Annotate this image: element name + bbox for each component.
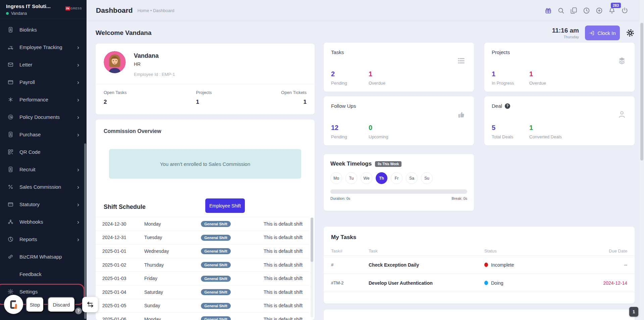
page-indicator[interactable]: 1	[629, 307, 638, 317]
sidebar-item[interactable]: Policy Documents ›	[0, 108, 87, 126]
day-circle[interactable]: Fr	[391, 172, 402, 184]
shift-type-badge: General Shift	[201, 235, 230, 241]
sidebar-item[interactable]: BizCRM Whatsapp ›	[0, 248, 87, 265]
sparkle-icon	[7, 96, 14, 103]
add-icon[interactable]	[595, 7, 603, 14]
sidebar-item[interactable]: QR Code ›	[0, 143, 87, 161]
sidebar-item[interactable]: Letter ›	[0, 56, 87, 73]
shift-note: This is default shift	[239, 276, 303, 281]
sidebar-item[interactable]: Sales Commission ›	[0, 178, 87, 195]
app-window: Ingress IT Soluti... Vandana INGRESS Bio…	[0, 0, 644, 320]
shift-row: 2025-01-05 Sunday General Shift This is …	[96, 299, 309, 313]
day-circle[interactable]: Tu	[345, 172, 357, 184]
clock-icon[interactable]	[583, 7, 590, 14]
chevron-right-icon: ›	[77, 236, 79, 242]
sidebar-item-label: Employee Tracking	[19, 44, 71, 50]
chevron-right-icon: ›	[77, 201, 79, 208]
sidebar-scrollbar[interactable]	[84, 143, 86, 319]
clock-in-button[interactable]: Clock In	[585, 26, 620, 40]
recorder-logo-button[interactable]	[4, 295, 23, 314]
chevron-right-icon: ›	[77, 219, 79, 225]
my-tasks-title: My Tasks	[324, 227, 635, 241]
page-title: Dashboard	[96, 6, 133, 14]
avatar	[104, 51, 126, 73]
shift-date: 2025-01-04	[102, 289, 144, 295]
shift-table-scrollbar[interactable]	[311, 218, 313, 317]
notes-icon[interactable]	[570, 7, 578, 14]
sidebar-item[interactable]: Biolinks ›	[0, 21, 87, 38]
chevron-right-icon: ›	[77, 44, 79, 50]
stat-metric-2: 0 Upcoming	[369, 124, 399, 139]
recorder-help-badge[interactable]: ?	[75, 308, 82, 314]
shift-type-badge: General Shift	[201, 316, 230, 320]
shift-date: 2024-12-31	[102, 235, 144, 240]
timelogs-days: Mo Tu We Th Fr Sa Su	[330, 172, 467, 184]
projects-stat: Projects 1	[196, 90, 212, 109]
shift-day: Sunday	[144, 303, 193, 308]
gift-icon[interactable]	[544, 7, 552, 14]
shift-note: This is default shift	[239, 248, 303, 254]
shift-note: This is default shift	[239, 262, 303, 268]
person-icon	[617, 110, 627, 119]
commission-title: Commission Overview	[96, 120, 315, 134]
sidebar-item[interactable]: Employee Tracking ›	[0, 38, 87, 56]
sidebar-item[interactable]: Statutory ›	[0, 195, 87, 213]
sidebar-item[interactable]: Payroll ›	[0, 73, 87, 91]
layers-icon	[617, 56, 627, 65]
main-scrollbar[interactable]	[640, 0, 644, 320]
login-icon	[589, 30, 595, 36]
day-circle[interactable]: Sa	[406, 172, 418, 184]
shift-row: 2025-01-03 Friday General Shift This is …	[96, 271, 309, 285]
breadcrumb: Home • Dashboard	[138, 8, 174, 13]
sidebar-item-label: Policy Documents	[19, 114, 71, 120]
task-status: Incomplete	[484, 262, 570, 268]
pie-icon	[7, 236, 14, 242]
sidebar-item[interactable]: Reports ›	[0, 230, 87, 248]
sidebar-item-label: Recruit	[19, 167, 71, 172]
employee-shift-button[interactable]: Employee Shift	[205, 198, 245, 213]
sidebar-item-label: Statutory	[19, 201, 71, 207]
notifications-button[interactable]: 283	[608, 7, 616, 14]
dashboard-settings-gear-icon[interactable]	[626, 29, 635, 37]
my-tasks-rows: # Check Exception Daily Incomplete -- #T…	[324, 256, 635, 292]
shift-note: This is default shift	[239, 289, 303, 295]
day-circle[interactable]: We	[361, 172, 372, 184]
ingress-logo: INGRESS	[65, 7, 82, 10]
sidebar-item[interactable]: Webhooks ›	[0, 213, 87, 230]
id-card-icon	[7, 131, 14, 138]
profile-stats: Open Tasks 2 Projects 1 Open Tickets 1	[96, 84, 315, 115]
stat-metric-2: 1 Overdue	[369, 70, 399, 86]
week-timelogs-card: Week Timelogs 0s This Week Mo Tu We Th F…	[324, 154, 474, 211]
timelog-duration: Duration: 0s	[330, 196, 350, 200]
scooter-icon	[7, 44, 14, 50]
sidebar-item-label: Reports	[19, 236, 71, 242]
sidebar-item[interactable]: Performance ›	[0, 91, 87, 108]
sidebar: Ingress IT Soluti... Vandana INGRESS Bio…	[0, 0, 87, 320]
chevron-right-icon: ›	[77, 114, 79, 120]
shift-day: Tuesday	[144, 235, 193, 240]
profile-card: Vandana HR Employee Id : EMP-1 Open Task…	[96, 44, 315, 115]
timelogs-week-badge: 0s This Week	[375, 161, 401, 167]
shift-schedule-title: Shift Schedule	[104, 203, 146, 211]
search-icon[interactable]	[557, 7, 565, 14]
sidebar-item[interactable]: Purchase ›	[0, 126, 87, 143]
sidebar-user: Vandana	[6, 11, 80, 16]
chevron-right-icon: ›	[77, 79, 79, 85]
day-circle[interactable]: Mo	[330, 172, 342, 184]
shift-note: This is default shift	[239, 303, 303, 308]
list-icon	[457, 56, 466, 65]
sidebar-item[interactable]: Feedback ›	[0, 265, 87, 283]
thumbs-up-icon	[457, 110, 466, 119]
help-icon[interactable]: ?	[505, 103, 510, 109]
day-circle[interactable]: Th	[376, 172, 387, 184]
power-icon[interactable]	[621, 7, 629, 14]
stop-recording-button[interactable]: Stop	[26, 297, 44, 312]
shift-day: Saturday	[144, 289, 193, 295]
chevron-right-icon: ›	[77, 61, 79, 68]
day-circle[interactable]: Su	[421, 172, 433, 184]
sidebar-item[interactable]: Recruit ›	[0, 161, 87, 178]
discard-recording-button[interactable]: Discard	[48, 297, 75, 312]
shift-row: 2025-01-04 Saturday General Shift This i…	[96, 285, 309, 299]
swap-button[interactable]	[82, 297, 98, 312]
stat-metric-1: 12 Pending	[331, 124, 361, 139]
